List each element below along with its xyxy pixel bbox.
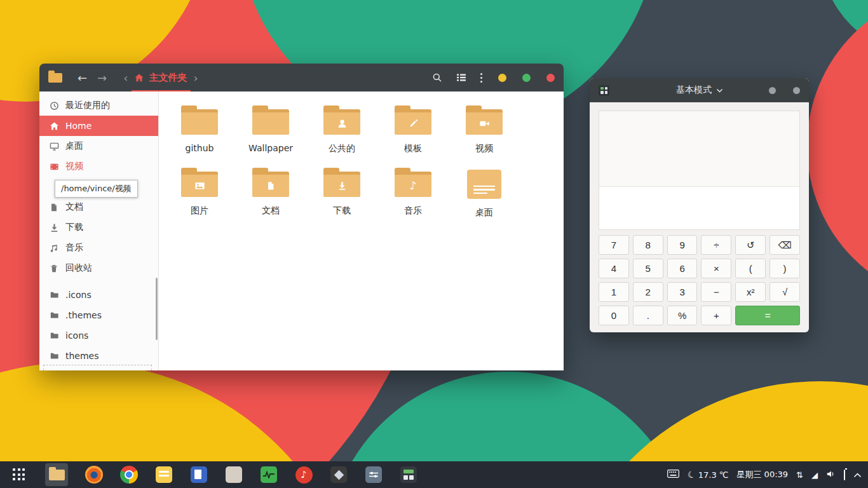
tray-expand-icon[interactable] <box>853 470 862 480</box>
calc-key-close-paren[interactable]: ) <box>770 259 800 278</box>
folder-github[interactable]: github <box>164 103 235 165</box>
pencil-emblem-icon <box>395 112 431 135</box>
calc-key-sqrt[interactable]: √ <box>770 282 800 302</box>
app-grid-icon <box>13 468 25 481</box>
calc-key-open-paren[interactable]: ( <box>735 259 766 278</box>
taskbar-office-button[interactable] <box>190 466 208 484</box>
maximize-button[interactable] <box>522 74 531 82</box>
app-launcher-button[interactable] <box>10 466 28 484</box>
folder-icon <box>252 172 289 197</box>
taskbar-settings-button[interactable] <box>365 466 383 484</box>
folder-pictures[interactable]: 图片 <box>164 165 235 227</box>
notes-app-icon <box>156 466 172 483</box>
taskbar-file-manager-button[interactable] <box>45 463 68 486</box>
folder-icon: ♪ <box>395 172 431 197</box>
chrome-icon <box>120 466 138 484</box>
folder-downloads[interactable]: 下载 <box>306 165 377 227</box>
calc-key-3[interactable]: 3 <box>667 282 698 302</box>
clock-label[interactable]: 星期三 00:39 <box>736 469 788 480</box>
breadcrumb-right-chevron-icon[interactable]: › <box>193 71 198 85</box>
calc-key-2[interactable]: 2 <box>633 282 663 302</box>
sidebar-item-home[interactable]: Home <box>39 116 158 136</box>
breadcrumb[interactable]: 主文件夹 <box>134 72 187 84</box>
calc-key-divide[interactable]: ÷ <box>701 235 731 255</box>
calc-key-undo[interactable]: ↺ <box>735 235 766 255</box>
sidebar-item-videos[interactable]: 视频 <box>39 156 158 177</box>
calc-key-7[interactable]: 7 <box>599 235 629 255</box>
folder-videos[interactable]: 视频 <box>449 103 520 165</box>
view-toggle-icon[interactable] <box>456 73 466 82</box>
breadcrumb-left-chevron-icon[interactable]: ‹ <box>123 71 128 85</box>
back-button[interactable]: ← <box>78 71 87 85</box>
home-icon <box>49 121 59 131</box>
folder-icon <box>49 331 59 340</box>
sidebar: 最近使用的 Home 桌面 视频 <box>39 92 159 370</box>
network-updown-icon[interactable]: ⇅ <box>796 470 803 480</box>
sidebar-item-music[interactable]: 音乐 <box>39 238 158 258</box>
calculator-minimize-button[interactable] <box>769 87 776 94</box>
clock-icon <box>49 101 59 111</box>
sidebar-item-trash[interactable]: 回收站 <box>39 258 158 278</box>
taskbar-notes-button[interactable] <box>155 466 173 484</box>
calc-key-4[interactable]: 4 <box>599 259 629 278</box>
calculator-entry[interactable] <box>599 186 799 229</box>
calculator-window: 基本模式 7 8 9 ÷ ↺ ⌫ 4 5 6 × ( ) 1 2 3 − x² … <box>590 78 809 332</box>
calculator-icon <box>400 466 417 483</box>
calc-key-multiply[interactable]: × <box>701 259 731 278</box>
weather-indicator[interactable]: ☾ 17.3 ℃ <box>688 470 728 480</box>
sidebar-item-recent[interactable]: 最近使用的 <box>39 95 158 116</box>
sidebar-item-themes[interactable]: themes <box>39 346 158 366</box>
calculator-mode-dropdown[interactable]: 基本模式 <box>676 85 722 96</box>
minimize-button[interactable] <box>498 74 506 82</box>
signal-icon[interactable]: ◢ <box>811 470 818 480</box>
taskbar-calculator-button[interactable] <box>400 466 417 484</box>
forward-button[interactable]: → <box>97 71 107 85</box>
calc-key-percent[interactable]: % <box>667 306 698 325</box>
taskbar-chrome-button[interactable] <box>120 466 138 484</box>
search-icon[interactable] <box>432 72 442 83</box>
sidebar-scrollbar[interactable] <box>156 278 158 340</box>
folder-documents[interactable]: 文档 <box>235 165 306 227</box>
calc-key-6[interactable]: 6 <box>667 259 698 278</box>
sidebar-item-documents[interactable]: 文档 <box>39 197 158 217</box>
close-button[interactable] <box>546 74 555 82</box>
folder-wallpaper[interactable]: Wallpaper <box>235 103 306 165</box>
folder-icon <box>49 290 59 299</box>
calc-key-0[interactable]: 0 <box>599 306 629 325</box>
folder-icon <box>181 109 218 135</box>
folder-desktop[interactable]: 桌面 <box>449 165 520 227</box>
calc-key-5[interactable]: 5 <box>633 259 663 278</box>
calc-key-subtract[interactable]: − <box>701 282 731 302</box>
taskbar-firefox-button[interactable] <box>85 466 103 484</box>
calculator-headerbar: 基本模式 <box>590 78 809 102</box>
calc-key-add[interactable]: + <box>701 306 731 325</box>
keyboard-layout-icon[interactable] <box>667 470 679 480</box>
sidebar-item-desktop[interactable]: 桌面 <box>39 136 158 156</box>
sidebar-item-dot-icons[interactable]: .icons <box>39 285 158 305</box>
taskbar-inkscape-button[interactable] <box>330 466 348 484</box>
calc-key-decimal[interactable]: . <box>633 306 663 325</box>
desktop-folder-icon <box>467 170 501 199</box>
file-grid: github Wallpaper 公共的 <box>159 92 564 370</box>
folder-music[interactable]: ♪ 音乐 <box>377 165 449 227</box>
calc-key-1[interactable]: 1 <box>599 282 629 302</box>
picture-emblem-icon <box>181 174 218 197</box>
menu-kebab-icon[interactable] <box>480 73 482 83</box>
calc-key-8[interactable]: 8 <box>633 235 663 255</box>
calc-key-backspace[interactable]: ⌫ <box>770 235 800 255</box>
battery-icon[interactable] <box>844 470 845 480</box>
folder-public[interactable]: 公共的 <box>306 103 377 165</box>
folder-templates[interactable]: 模板 <box>377 103 449 165</box>
volume-icon[interactable] <box>826 470 836 480</box>
taskbar-system-monitor-button[interactable] <box>260 466 278 484</box>
sidebar-item-icons[interactable]: icons <box>39 325 158 346</box>
sidebar-item-dot-themes[interactable]: .themes <box>39 305 158 325</box>
calculator-close-button[interactable] <box>793 87 800 94</box>
taskbar-archive-button[interactable] <box>225 466 243 484</box>
sidebar-item-downloads[interactable]: 下载 <box>39 217 158 238</box>
calc-key-9[interactable]: 9 <box>667 235 698 255</box>
calc-key-equals[interactable]: = <box>735 306 800 325</box>
taskbar-netease-music-button[interactable]: ♪ <box>295 466 313 484</box>
document-emblem-icon <box>252 174 289 197</box>
calc-key-square[interactable]: x² <box>735 282 766 302</box>
